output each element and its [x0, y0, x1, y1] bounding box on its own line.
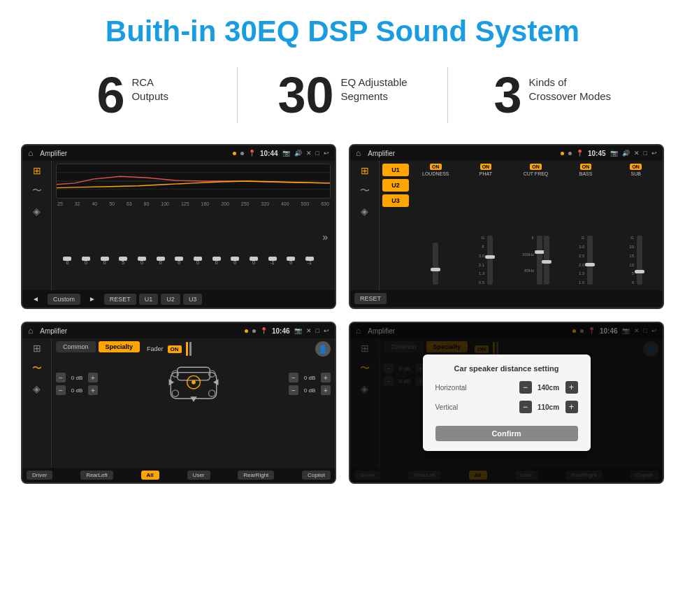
- phat-header: ON: [480, 164, 492, 170]
- fader-label: Fader: [147, 345, 164, 352]
- eq-u1-button[interactable]: U1: [139, 294, 159, 305]
- wave-icon[interactable]: 〜: [32, 185, 42, 197]
- eq-main-area: 25 32 40 50 63 80 100 125 160 200 250 32…: [52, 161, 335, 290]
- dialog-vertical-label: Vertical: [435, 403, 459, 411]
- bass-slider[interactable]: [587, 236, 593, 285]
- eq-screen: ⌂ Amplifier 📍 10:44 📷 🔊 ✕ □ ↩ ⊞ 〜 ◈: [21, 144, 336, 309]
- horizontal-minus-button[interactable]: −: [519, 381, 532, 394]
- cross-time: 10:46: [272, 327, 290, 335]
- fader-sliders: [186, 342, 192, 356]
- eq-slider-13: -1: [301, 259, 319, 265]
- phat-freq-labels: G F 3.0 2.1 1.3 0.5: [479, 236, 486, 285]
- svg-rect-4: [177, 367, 210, 380]
- amp-bottom-buttons: RESET: [350, 290, 663, 307]
- svg-marker-9: [190, 396, 196, 401]
- home-icon[interactable]: ⌂: [28, 148, 33, 158]
- eq-next-button[interactable]: ►: [83, 293, 101, 305]
- eq-icon[interactable]: ⊞: [33, 165, 41, 176]
- amp-reset-button[interactable]: RESET: [354, 293, 387, 304]
- back-icon[interactable]: ↩: [324, 150, 329, 157]
- rearleft-button[interactable]: RearLeft: [80, 471, 113, 480]
- copilot-button[interactable]: Copilot: [302, 471, 331, 480]
- loudness-header: ON: [430, 164, 442, 170]
- vertical-value: 110cm: [535, 403, 563, 411]
- fr-plus-button[interactable]: +: [321, 373, 331, 382]
- phat-slider[interactable]: [487, 236, 493, 285]
- preset-u3-button[interactable]: U3: [382, 194, 409, 207]
- eq-screen-content: ⊞ 〜 ◈: [22, 161, 335, 290]
- fr-minus-button[interactable]: −: [289, 373, 298, 382]
- close-icon: ✕: [306, 150, 312, 157]
- amp-eq-icon[interactable]: ⊞: [361, 165, 369, 176]
- more-icon[interactable]: »: [319, 231, 328, 243]
- eq-u3-button[interactable]: U3: [183, 294, 203, 305]
- amp-wave-icon[interactable]: 〜: [360, 185, 370, 197]
- volume-icon: 🔊: [294, 150, 302, 157]
- specialty-tab[interactable]: Specialty: [99, 341, 140, 352]
- loudness-label: LOUDNESS: [422, 171, 449, 176]
- horizontal-value: 140cm: [535, 384, 563, 392]
- cross-sidebar: ⊞ 〜 ◈: [22, 338, 52, 468]
- cross-screen-title: Amplifier: [40, 327, 240, 335]
- vertical-minus-button[interactable]: −: [519, 401, 532, 413]
- preset-u2-button[interactable]: U2: [382, 179, 409, 192]
- vertical-plus-button[interactable]: +: [565, 401, 578, 413]
- freq-label-5: 80: [144, 201, 150, 206]
- all-button[interactable]: All: [141, 471, 159, 480]
- eq-custom-button[interactable]: Custom: [48, 294, 80, 305]
- eq-u2-button[interactable]: U2: [161, 294, 180, 305]
- cutfreq-slider-f[interactable]: [544, 236, 549, 285]
- stat-rca: 6 RCAOutputs: [42, 70, 223, 120]
- eq-screen-title: Amplifier: [40, 150, 229, 157]
- stat-divider-2: [447, 67, 448, 123]
- eq-slider-12: 0: [282, 259, 300, 265]
- bass-label: BASS: [579, 171, 593, 176]
- horizontal-plus-button[interactable]: +: [565, 381, 578, 394]
- dialog-vertical-row: Vertical − 110cm +: [435, 401, 578, 413]
- eq-prev-button[interactable]: ◄: [27, 293, 45, 305]
- rl-plus-button[interactable]: +: [88, 385, 98, 395]
- amp-channel-cutfreq: ON CUT FREQ F 100Hz 80Hz: [512, 164, 560, 287]
- rr-minus-button[interactable]: −: [289, 385, 298, 395]
- rr-db-value: 0 dB: [301, 387, 319, 394]
- amp-screen-content: ⊞ 〜 ◈ U1 U2 U3 ON: [350, 161, 663, 290]
- rearright-button[interactable]: RearRight: [238, 471, 274, 480]
- cross-speaker-icon[interactable]: ◈: [33, 383, 41, 394]
- cross-wave-icon[interactable]: 〜: [32, 362, 42, 375]
- eq-slider-9: 0: [226, 259, 244, 265]
- cross-home-icon[interactable]: ⌂: [28, 326, 33, 336]
- cross-eq-icon[interactable]: ⊞: [33, 343, 41, 354]
- sub-slider[interactable]: [637, 236, 642, 285]
- crossover-tabs: Common Specialty: [56, 341, 140, 352]
- common-tab[interactable]: Common: [56, 341, 96, 352]
- sub-freq-labels: G 20 15 10 5 0: [629, 236, 635, 285]
- fl-minus-button[interactable]: −: [56, 373, 66, 382]
- rr-plus-button[interactable]: +: [321, 385, 331, 395]
- preset-u1-button[interactable]: U1: [382, 164, 409, 176]
- eq-bottom-buttons: ◄ Custom ► RESET U1 U2 U3: [22, 290, 335, 308]
- freq-label-10: 250: [241, 201, 250, 206]
- speaker-rl-db-row: − 0 dB +: [56, 385, 98, 395]
- fl-plus-button[interactable]: +: [88, 373, 98, 382]
- fader-slider-1[interactable]: [186, 342, 188, 356]
- driver-button[interactable]: Driver: [27, 471, 52, 480]
- cross-volume-icon: ✕: [306, 327, 312, 334]
- amp-channel-loudness: ON LOUDNESS: [412, 164, 460, 287]
- amp-speaker-icon[interactable]: ◈: [361, 206, 368, 217]
- user-button[interactable]: User: [187, 471, 210, 480]
- cross-back-icon[interactable]: ↩: [324, 327, 329, 334]
- amp-status-bar: ⌂ Amplifier 📍 10:45 📷 🔊 ✕ □ ↩: [350, 145, 663, 161]
- eq-reset-button[interactable]: RESET: [104, 294, 136, 305]
- amp-home-icon[interactable]: ⌂: [356, 148, 361, 158]
- amp-presets: U1 U2 U3: [382, 164, 409, 287]
- loudness-slider[interactable]: [433, 243, 438, 285]
- bass-on-badge: ON: [580, 164, 592, 170]
- crossover-bottom-buttons: Driver RearLeft All User RearRight Copil…: [22, 468, 335, 482]
- freq-label-8: 160: [201, 201, 210, 206]
- amp-back-icon[interactable]: ↩: [651, 150, 657, 157]
- speaker-icon[interactable]: ◈: [33, 206, 41, 217]
- rl-minus-button[interactable]: −: [56, 385, 66, 395]
- fader-slider-2[interactable]: [189, 342, 192, 356]
- confirm-button[interactable]: Confirm: [435, 426, 578, 441]
- eq-slider-8: 0: [208, 259, 225, 265]
